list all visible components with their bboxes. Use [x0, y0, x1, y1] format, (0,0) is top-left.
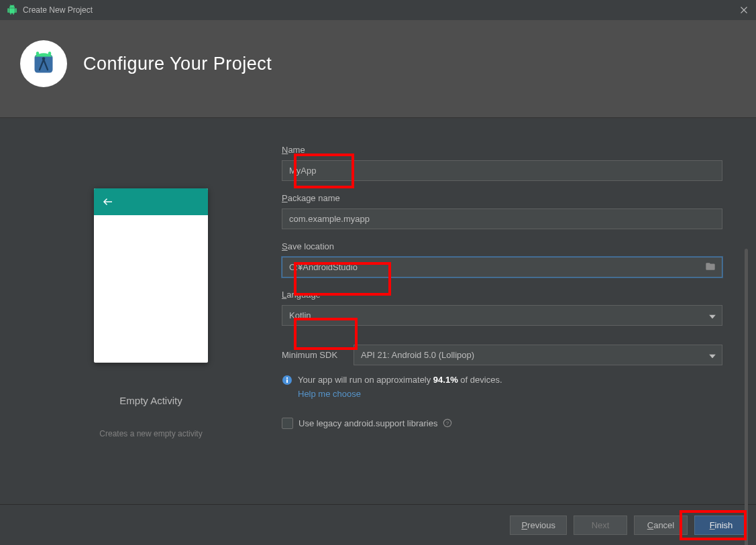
- template-description: Creates a new empty activity: [99, 429, 202, 438]
- minsdk-label: Minimum SDK: [282, 350, 345, 360]
- svg-text:?: ?: [446, 420, 449, 426]
- language-field: Language Kotlin: [282, 290, 722, 326]
- title-bar: Create New Project: [0, 0, 756, 20]
- minsdk-value: API 21: Android 5.0 (Lollipop): [354, 345, 722, 365]
- svg-point-3: [42, 57, 46, 60]
- template-name: Empty Activity: [119, 395, 182, 406]
- name-label: Name: [282, 145, 722, 155]
- compat-info: Your app will run on approximately 94.1%…: [282, 375, 722, 399]
- help-me-choose-link[interactable]: Help me choose: [298, 389, 502, 399]
- android-logo-icon: [7, 5, 17, 15]
- package-input[interactable]: [282, 208, 722, 229]
- previous-button[interactable]: Previous: [510, 516, 567, 535]
- template-preview: [94, 188, 208, 363]
- wizard-body: Empty Activity Creates a new empty activ…: [0, 118, 756, 504]
- language-value: Kotlin: [282, 305, 722, 326]
- language-select[interactable]: Kotlin: [282, 305, 722, 326]
- header-title: Configure Your Project: [83, 54, 272, 74]
- wizard-header: Configure Your Project: [0, 20, 756, 118]
- cancel-button[interactable]: Cancel: [634, 516, 688, 535]
- wizard-window: Create New Project Configure Your Projec…: [0, 0, 756, 545]
- info-icon: [282, 375, 292, 385]
- form-pane: Name Package name Save location Language: [282, 145, 736, 504]
- svg-rect-8: [286, 379, 288, 383]
- preview-appbar: [94, 188, 208, 215]
- finish-button[interactable]: Finish: [694, 516, 748, 535]
- svg-rect-9: [286, 377, 288, 379]
- next-button: Next: [574, 516, 627, 535]
- location-label: Save location: [282, 241, 722, 251]
- studio-logo-icon: [20, 40, 67, 87]
- location-field: Save location: [282, 241, 722, 278]
- template-preview-pane: Empty Activity Creates a new empty activ…: [20, 145, 282, 504]
- language-label: Language: [282, 290, 722, 300]
- close-icon[interactable]: [739, 5, 749, 15]
- name-input[interactable]: [282, 160, 722, 181]
- back-arrow-icon: [102, 196, 114, 208]
- minsdk-select[interactable]: API 21: Android 5.0 (Lollipop): [354, 345, 722, 365]
- legacy-checkbox[interactable]: [282, 418, 293, 429]
- legacy-checkbox-row: Use legacy android.support libraries ?: [282, 418, 722, 429]
- name-field: Name: [282, 145, 722, 181]
- package-label: Package name: [282, 193, 722, 203]
- package-field: Package name: [282, 193, 722, 229]
- scrollbar[interactable]: [745, 249, 748, 545]
- legacy-label: Use legacy android.support libraries: [299, 418, 437, 428]
- location-input[interactable]: [282, 257, 722, 278]
- window-title: Create New Project: [23, 5, 739, 15]
- wizard-footer: Previous Next Cancel Finish: [0, 504, 756, 545]
- minsdk-field: Minimum SDK API 21: Android 5.0 (Lollipo…: [282, 345, 722, 429]
- browse-folder-icon[interactable]: [705, 261, 716, 274]
- help-icon[interactable]: ?: [443, 418, 453, 429]
